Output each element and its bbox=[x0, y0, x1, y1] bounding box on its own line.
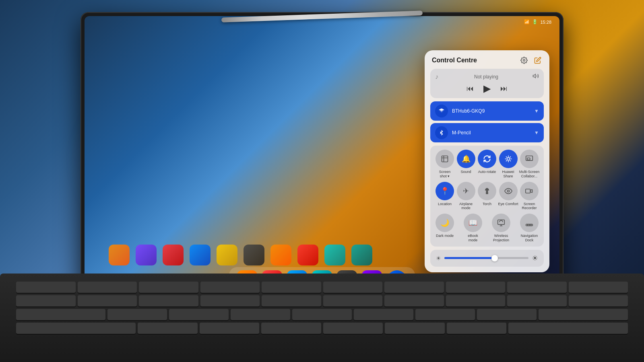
bluetooth-icon-circle bbox=[435, 126, 448, 139]
key[interactable] bbox=[107, 309, 167, 320]
toggle-row-1: Screenshot ▾ 🔔 Sound Auto-rotate bbox=[434, 150, 540, 179]
key[interactable] bbox=[261, 323, 321, 334]
keyboard bbox=[0, 274, 644, 362]
brightness-control: ☀ ☀ bbox=[430, 250, 544, 267]
key-shift[interactable] bbox=[16, 323, 136, 334]
media-controls: ⏮ ▶ ⏭ bbox=[435, 83, 539, 94]
key-row-1 bbox=[16, 282, 628, 293]
key[interactable] bbox=[323, 323, 383, 334]
key[interactable] bbox=[139, 295, 198, 306]
brightness-track[interactable] bbox=[444, 257, 528, 259]
bluetooth-item[interactable]: M-Pencil ▼ bbox=[430, 123, 544, 142]
app-icon-6[interactable] bbox=[244, 245, 264, 265]
key[interactable] bbox=[169, 309, 229, 320]
key[interactable] bbox=[138, 323, 198, 334]
play-button[interactable]: ▶ bbox=[483, 83, 491, 94]
svg-point-0 bbox=[523, 60, 525, 62]
key[interactable] bbox=[200, 282, 260, 293]
app-icon-5[interactable] bbox=[217, 245, 237, 265]
app-icon-1[interactable] bbox=[109, 245, 130, 265]
svg-point-6 bbox=[507, 190, 509, 192]
autorotate-icon bbox=[478, 150, 496, 168]
settings-icon[interactable] bbox=[520, 56, 528, 65]
ebook-toggle[interactable]: 📖 eBookmode bbox=[462, 214, 483, 243]
svg-point-3 bbox=[507, 158, 510, 160]
torch-toggle[interactable]: Torch bbox=[477, 182, 497, 211]
key[interactable] bbox=[415, 309, 475, 320]
screenshot-label: Screenshot ▾ bbox=[439, 170, 451, 179]
key[interactable] bbox=[292, 309, 352, 320]
key[interactable] bbox=[569, 282, 628, 293]
key-enter[interactable] bbox=[539, 309, 628, 320]
multiscreen-icon bbox=[520, 150, 539, 168]
key[interactable] bbox=[384, 282, 444, 293]
wifi-name: BTHub6-GKQ9 bbox=[452, 108, 530, 114]
wireless-proj-toggle[interactable]: WirelessProjection bbox=[491, 214, 512, 243]
app-icon-4[interactable] bbox=[190, 245, 211, 265]
key-caps[interactable] bbox=[16, 309, 105, 320]
key[interactable] bbox=[262, 295, 321, 306]
wifi-status-icon: 📶 bbox=[524, 19, 530, 25]
next-button[interactable]: ⏭ bbox=[500, 84, 508, 93]
prev-button[interactable]: ⏮ bbox=[466, 84, 474, 93]
screen-recorder-toggle[interactable]: ScreenRecorder bbox=[519, 182, 540, 211]
sound-toggle[interactable]: 🔔 Sound bbox=[456, 150, 477, 179]
key[interactable] bbox=[447, 323, 507, 334]
brightness-thumb[interactable] bbox=[491, 255, 498, 261]
screenshot-toggle[interactable]: Screenshot ▾ bbox=[434, 150, 455, 179]
nav-dock-toggle[interactable]: NavigationDock bbox=[519, 214, 540, 243]
key[interactable] bbox=[200, 295, 260, 306]
volume-icon bbox=[533, 73, 539, 80]
dark-mode-toggle[interactable]: 🌙 Dark mode bbox=[434, 214, 455, 243]
key[interactable] bbox=[477, 309, 537, 320]
key[interactable] bbox=[78, 295, 137, 306]
key[interactable] bbox=[507, 282, 567, 293]
eye-comfort-icon bbox=[499, 182, 518, 200]
network-section: BTHub6-GKQ9 ▼ M-Pencil ▼ bbox=[430, 101, 544, 142]
key[interactable] bbox=[139, 282, 198, 293]
huawei-share-icon bbox=[499, 150, 518, 168]
screen-recorder-label: ScreenRecorder bbox=[522, 202, 537, 211]
key[interactable] bbox=[323, 295, 383, 306]
svg-point-11 bbox=[529, 225, 530, 226]
app-icon-7[interactable] bbox=[270, 245, 291, 265]
key[interactable] bbox=[231, 309, 290, 320]
torch-icon bbox=[478, 182, 496, 200]
app-icon-8[interactable] bbox=[297, 245, 318, 265]
app-icon-3[interactable] bbox=[163, 245, 184, 265]
key-row-2 bbox=[16, 295, 628, 306]
eye-comfort-toggle[interactable]: Eye Comfort bbox=[498, 182, 519, 211]
key[interactable] bbox=[446, 282, 506, 293]
location-toggle[interactable]: 📍 Location bbox=[434, 182, 455, 211]
key[interactable] bbox=[384, 295, 444, 306]
key[interactable] bbox=[507, 295, 567, 306]
wifi-item[interactable]: BTHub6-GKQ9 ▼ bbox=[430, 101, 544, 121]
key[interactable] bbox=[16, 295, 76, 306]
app-icon-9[interactable] bbox=[324, 245, 345, 265]
airplane-toggle[interactable]: ✈ Airplanemode bbox=[456, 182, 477, 211]
key[interactable] bbox=[385, 323, 445, 334]
time-display: 15:28 bbox=[540, 20, 551, 25]
app-icon-2[interactable] bbox=[136, 245, 157, 265]
app-icon-10[interactable] bbox=[351, 245, 372, 265]
key[interactable] bbox=[569, 295, 628, 306]
key[interactable] bbox=[200, 323, 260, 334]
autorotate-toggle[interactable]: Auto-rotate bbox=[477, 150, 497, 179]
svg-rect-7 bbox=[526, 189, 530, 193]
multiscreen-toggle[interactable]: Multi-ScreenCollabor... bbox=[519, 150, 540, 179]
edit-icon[interactable] bbox=[533, 56, 542, 65]
key-row-4 bbox=[16, 323, 628, 334]
nav-dock-icon bbox=[520, 214, 539, 232]
multiscreen-label: Multi-ScreenCollabor... bbox=[519, 170, 540, 179]
key[interactable] bbox=[354, 309, 413, 320]
tablet-frame: 📶 🔋 15:28 Control Centre bbox=[80, 12, 564, 302]
key[interactable] bbox=[78, 282, 137, 293]
huawei-share-toggle[interactable]: HuaweiShare bbox=[498, 150, 519, 179]
screenshot-icon bbox=[436, 150, 454, 168]
key[interactable] bbox=[16, 282, 76, 293]
key-shift-right[interactable] bbox=[508, 323, 628, 334]
airplane-icon: ✈ bbox=[457, 182, 475, 200]
key[interactable] bbox=[262, 282, 321, 293]
key[interactable] bbox=[323, 282, 383, 293]
key[interactable] bbox=[446, 295, 506, 306]
